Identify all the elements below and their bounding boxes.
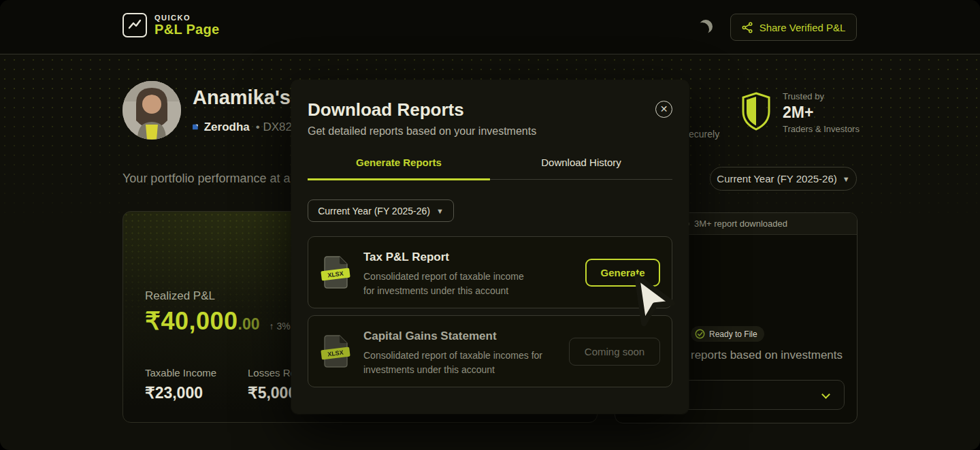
modal-year-dropdown[interactable]: Current Year (FY 2025-26) ▼ bbox=[308, 199, 454, 222]
brand-logo: QUICKO P&L Page bbox=[122, 13, 219, 37]
taxable-income-label: Taxable Income bbox=[145, 367, 216, 379]
modal-title: Download Reports bbox=[308, 99, 464, 120]
broker-account: • DX82 bbox=[256, 120, 292, 134]
taxable-income-metric: Taxable Income ₹23,000 bbox=[145, 367, 216, 402]
tab-download-history[interactable]: Download History bbox=[490, 157, 672, 180]
report-row-capital-gains: XLSX Capital Gains Statement Consolidate… bbox=[308, 315, 672, 387]
modal-tabs: Generate Reports Download History bbox=[308, 157, 672, 180]
avatar bbox=[122, 81, 181, 140]
caret-down-icon: ▼ bbox=[436, 207, 444, 215]
chart-logo-icon bbox=[122, 13, 147, 37]
app-window: QUICKO P&L Page Share Verified P&L Anami… bbox=[0, 0, 980, 450]
reports-caption: reports based on investments bbox=[691, 349, 843, 362]
share-verified-pnl-button[interactable]: Share Verified P&L bbox=[730, 14, 857, 41]
generate-button[interactable]: Generate bbox=[585, 259, 660, 287]
realized-amount: ₹40,000 .00 ↑ 3% bbox=[145, 307, 291, 336]
amount-main: ₹40,000 bbox=[145, 307, 238, 336]
report-title: Capital Gains Statement bbox=[363, 330, 497, 343]
year-filter-value: Current Year (FY 2025-26) bbox=[717, 173, 837, 184]
broker-name: Zerodha bbox=[204, 120, 250, 134]
trusted-audience: Traders & Investors bbox=[783, 124, 860, 134]
tab-generate-reports[interactable]: Generate Reports bbox=[308, 157, 490, 180]
brand-company: QUICKO bbox=[154, 14, 219, 22]
report-description: Consolidated report of taxable income fo… bbox=[363, 270, 524, 298]
download-reports-modal: Download Reports ✕ Get detailed reports … bbox=[291, 80, 689, 414]
year-filter-dropdown[interactable]: Current Year (FY 2025-26) ▼ bbox=[710, 167, 857, 191]
chevron-down-icon bbox=[821, 390, 830, 399]
trusted-by-label: Trusted by bbox=[783, 91, 860, 101]
brand-text: QUICKO P&L Page bbox=[154, 14, 219, 37]
check-circle-icon bbox=[695, 329, 705, 339]
change-percent: ↑ 3% bbox=[270, 321, 291, 332]
xlsx-file-icon: XLSX bbox=[321, 334, 352, 369]
report-title: Tax P&L Report bbox=[363, 251, 449, 264]
dark-mode-moon-icon[interactable] bbox=[699, 20, 713, 33]
realized-pnl-label: Realized P&L bbox=[145, 289, 215, 303]
losses-metric: Losses Re ₹5,000 bbox=[248, 367, 293, 402]
top-navbar: QUICKO P&L Page Share Verified P&L bbox=[0, 0, 980, 54]
trusted-by-block: Trusted by 2M+ Traders & Investors bbox=[740, 91, 860, 134]
partial-tagline-text: ecurely bbox=[689, 129, 719, 140]
brand-product: P&L Page bbox=[154, 22, 219, 37]
ready-to-file-badge: Ready to File bbox=[691, 326, 764, 342]
modal-year-value: Current Year (FY 2025-26) bbox=[318, 206, 430, 216]
losses-label: Losses Re bbox=[248, 367, 293, 379]
report-description: Consolidated report of taxable incomes f… bbox=[363, 349, 542, 377]
modal-subtitle: Get detailed reports based on your inves… bbox=[308, 125, 536, 138]
share-icon bbox=[742, 22, 753, 33]
trusted-count: 2M+ bbox=[783, 103, 860, 122]
coming-soon-button[interactable]: Coming soon bbox=[569, 338, 660, 366]
losses-value: ₹5,000 bbox=[248, 384, 293, 402]
share-button-label: Share Verified P&L bbox=[760, 22, 846, 33]
broker-row: Zerodha • DX82 bbox=[193, 118, 292, 135]
taxable-income-value: ₹23,000 bbox=[145, 384, 216, 402]
close-icon[interactable]: ✕ bbox=[655, 101, 672, 118]
caret-down-icon: ▼ bbox=[843, 175, 850, 183]
report-row-tax-pnl: XLSX Tax P&L Report Consolidated report … bbox=[308, 236, 672, 308]
shield-icon bbox=[740, 91, 772, 132]
banner-text: 3M+ report downloaded bbox=[694, 219, 787, 229]
amount-decimal: .00 bbox=[238, 315, 260, 334]
zerodha-logo-icon bbox=[193, 118, 198, 135]
portfolio-caption: Your portfolio performance at a glance bbox=[122, 172, 291, 186]
profile-name: Anamika's P bbox=[193, 86, 292, 109]
xlsx-file-icon: XLSX bbox=[321, 255, 352, 290]
ready-badge-label: Ready to File bbox=[709, 330, 757, 339]
